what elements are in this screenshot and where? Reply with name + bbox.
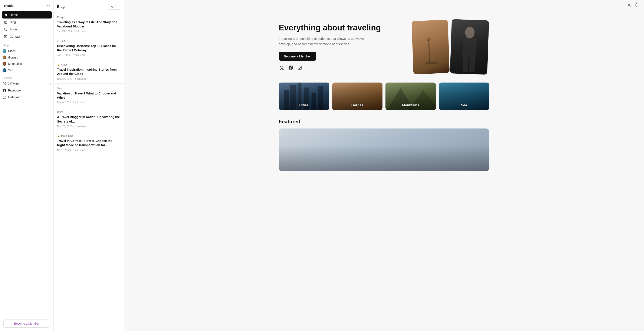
sidebar-nav: Home Blog About Contact [0, 10, 54, 41]
post-tag: Sea [57, 39, 120, 42]
category-label-cities: Cities [299, 103, 308, 107]
featured-card-content [279, 128, 489, 171]
theme-toggle-icon[interactable] [627, 3, 631, 8]
sidebar-item-about[interactable]: About [2, 26, 52, 33]
social-twitter[interactable]: X/Twitter ↗ [0, 80, 54, 87]
category-cards: Cities Gorges Mountains Sea [279, 82, 489, 110]
hero-text: Everything about traveling Traveling is … [279, 23, 404, 71]
post-title: Travel in Comfort: How to Choose the Rig… [57, 139, 120, 147]
post-tag: 🔒 Mountains [57, 134, 120, 137]
lock-icon: 🔒 [57, 63, 60, 66]
hero-twitter-icon[interactable] [279, 65, 285, 71]
post-tag: Gorges [57, 16, 120, 19]
more-options-button[interactable] [45, 5, 50, 6]
flame-icon [57, 40, 60, 42]
post-tag: 🔒 Cities [57, 63, 120, 66]
category-label-gorges: Gorges [352, 103, 363, 107]
chevron-down-icon [115, 5, 118, 8]
svg-point-9 [5, 96, 5, 97]
post-tag: Cities [57, 111, 120, 114]
external-link-icon: ↗ [49, 96, 51, 99]
hero-image-desert [412, 20, 450, 74]
svg-line-17 [628, 6, 628, 6]
sidebar-item-contact[interactable]: Contact [2, 33, 52, 40]
cities-dot [2, 49, 6, 53]
svg-point-19 [635, 3, 638, 6]
tag-sea[interactable]: Sea [0, 67, 54, 73]
hero-description: Traveling is an enriching experience tha… [279, 36, 372, 47]
category-label-sea: Sea [461, 103, 467, 107]
post-title: Vacation or Travel? What to Choose and W… [57, 91, 120, 100]
hero-facebook-icon[interactable] [288, 65, 294, 71]
featured-title: Featured [279, 119, 489, 125]
featured-card[interactable] [279, 128, 489, 171]
sidebar-header: Thesis [0, 0, 54, 10]
svg-rect-29 [463, 57, 468, 72]
featured-section: Featured [267, 119, 501, 180]
gorges-dot [2, 55, 6, 59]
category-card-mountains[interactable]: Mountains [386, 82, 436, 110]
hero-section: Everything about traveling Traveling is … [267, 11, 501, 82]
category-card-sea[interactable]: Sea [439, 82, 490, 110]
social-facebook[interactable]: Facebook ↗ [0, 87, 54, 94]
svg-point-26 [426, 38, 431, 41]
blog-post-item[interactable]: Sea Vacation or Travel? What to Choose a… [54, 84, 124, 107]
blog-header: Blog All [54, 0, 124, 12]
hero-socials [279, 65, 404, 71]
post-title: Discovering Horizons: Top 10 Places for … [57, 44, 120, 52]
svg-point-22 [299, 67, 300, 68]
tags-label: Tags [0, 41, 54, 48]
external-link-icon: ↗ [49, 82, 51, 85]
blog-panel: Blog All Gorges Traveling as a Way of Li… [54, 0, 124, 331]
post-title: Traveling as a Way of Life: The Story of… [57, 20, 120, 29]
main-content: Everything about traveling Traveling is … [124, 0, 644, 331]
facebook-icon [2, 88, 6, 92]
svg-rect-7 [3, 96, 6, 99]
blog-icon [4, 20, 8, 24]
category-card-gorges[interactable]: Gorges [332, 82, 383, 110]
hero-image-man [450, 19, 489, 75]
hero-images [412, 20, 489, 74]
post-meta: Jan 15, 2024 · 1 min read [57, 30, 120, 33]
tags-list: Cities Gorges Mountains Sea [0, 48, 54, 73]
instagram-icon [2, 95, 6, 99]
blog-post-item[interactable]: 🔒 Mountains Travel in Comfort: How to Ch… [54, 131, 124, 155]
svg-point-27 [465, 26, 475, 39]
svg-rect-30 [469, 57, 475, 72]
socials-label: Socials [0, 73, 54, 80]
social-instagram[interactable]: Instagram ↗ [0, 94, 54, 101]
blog-post-item[interactable]: 🔒 Cities Travel Inspiration: Inspiring S… [54, 60, 124, 84]
hero-instagram-icon[interactable] [297, 65, 302, 71]
tag-gorges[interactable]: Gorges [0, 54, 54, 61]
contact-icon [4, 35, 8, 38]
man-silhouette [450, 19, 489, 75]
category-card-cities[interactable]: Cities [279, 82, 329, 110]
post-title: A Travel Blogger in Action: Uncovering t… [57, 115, 120, 124]
tag-mountains[interactable]: Mountains [0, 61, 54, 67]
svg-rect-28 [462, 38, 476, 57]
desert-silhouette [412, 20, 450, 74]
about-icon [4, 27, 8, 31]
sidebar-item-home[interactable]: Home [2, 11, 52, 18]
hero-cta-button[interactable]: Become a Member [279, 52, 316, 61]
blog-post-item[interactable]: Gorges Traveling as a Way of Life: The S… [54, 12, 124, 36]
svg-rect-25 [428, 39, 430, 63]
x-twitter-icon [2, 82, 6, 85]
tag-cities[interactable]: Cities [0, 48, 54, 54]
sidebar-item-blog[interactable]: Blog [2, 18, 52, 26]
blog-filter-dropdown[interactable]: All [108, 4, 120, 9]
post-meta: Dec 25, 2023 · 4 min read [57, 77, 120, 80]
svg-rect-0 [4, 21, 7, 23]
app-title: Thesis [4, 4, 14, 7]
blog-post-item[interactable]: Cities A Travel Blogger in Action: Uncov… [54, 107, 124, 131]
svg-point-10 [628, 4, 630, 6]
search-icon[interactable] [635, 3, 639, 8]
category-label-mountains: Mountains [402, 103, 419, 107]
post-tag: Sea [57, 87, 120, 90]
blog-post-item[interactable]: Sea Discovering Horizons: Top 10 Places … [54, 36, 124, 60]
become-member-sidebar-button[interactable]: Become a Member [4, 320, 50, 328]
post-meta: Dec 6, 2023 · 3 min read [57, 101, 120, 104]
blog-posts-list: Gorges Traveling as a Way of Life: The S… [54, 12, 124, 331]
sea-dot [2, 68, 6, 72]
svg-rect-21 [298, 66, 302, 70]
